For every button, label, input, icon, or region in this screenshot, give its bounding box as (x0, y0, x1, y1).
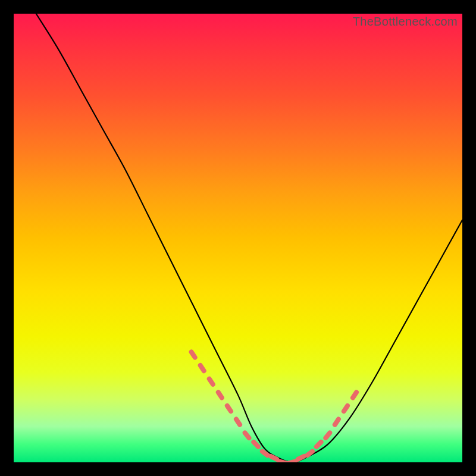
highlight-dash (262, 452, 268, 456)
highlight-dash (344, 406, 347, 411)
highlight-dash (335, 419, 339, 425)
highlight-dash (209, 379, 213, 384)
highlight-dash (245, 433, 249, 438)
highlight-dash (307, 452, 312, 456)
highlight-dash (317, 442, 321, 447)
curve-svg (14, 14, 462, 462)
highlight-dash (227, 406, 231, 411)
chart-container: TheBottleneck.com (0, 0, 476, 476)
highlight-dash (298, 456, 304, 459)
highlight-dash (280, 462, 286, 462)
highlight-dash (192, 352, 195, 357)
highlight-dash (218, 392, 222, 397)
highlight-dash (236, 419, 240, 425)
highlight-dash (201, 365, 204, 371)
highlight-dash (353, 392, 356, 397)
highlight-dash (289, 462, 295, 462)
plot-area: TheBottleneck.com (14, 14, 462, 462)
highlight-dash (253, 442, 258, 447)
watermark-text: TheBottleneck.com (353, 15, 458, 29)
highlight-points (192, 352, 357, 462)
highlight-dash (325, 433, 330, 438)
bottleneck-curve (36, 14, 462, 462)
highlight-dash (271, 456, 277, 459)
